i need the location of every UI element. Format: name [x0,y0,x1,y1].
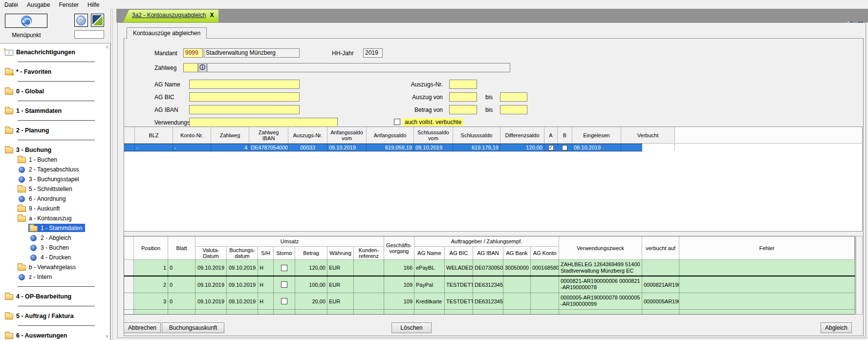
tab-strip: ✕ [116,9,868,22]
mandant-name-field: Stadtverwaltung Münzberg [204,48,300,58]
menupunkt-button[interactable] [5,14,47,28]
checkbox[interactable] [281,265,287,271]
column-header-differenzsaldo: Differenzsaldo [500,127,544,144]
tab-kontoauszugsabgleich[interactable]: 3a2 - Kontoauszugsabgleich X [123,10,218,22]
row-selector[interactable] [124,260,134,276]
sidebar-splitter[interactable] [110,9,117,340]
auszug-bis-input[interactable] [500,92,527,102]
sidebar-item-label: 1 - Stammdaten [16,107,62,114]
auszug-von-input[interactable] [449,92,477,102]
sidebar-item-a-kontoauszug[interactable]: a - Kontoauszug [0,213,110,223]
verwendungszweck-input[interactable] [189,118,338,127]
sidebar-item-4-op-bearbeitung[interactable]: 4 - OP-Bearbeitung [0,292,110,301]
sidebar-item-9-auskunft[interactable]: 9 - Auskunft [0,204,110,213]
statement-cell-differenzsaldo: 120,00 [500,144,544,151]
sidebar-item-1-stammdaten[interactable]: 1 - Stammdaten [0,223,110,233]
menu-ausgabe[interactable]: Ausgabe [22,0,54,9]
cell-waehrung [327,310,354,315]
scroll-up-icon[interactable]: ˄ [106,44,108,50]
cell-buchung [227,310,258,315]
statement-cell-auszugs_nr: 00033 [288,144,327,151]
statement-table-header: BLZKonto-Nr.ZahlwegZahlwegIBANAuszugs-Nr… [124,127,862,144]
checkbox[interactable] [281,298,287,304]
sidebar-item-1-stammdaten[interactable]: 1 - Stammdaten [0,106,110,115]
scroll-down-icon[interactable]: ˅ [106,334,108,339]
sidebar-item-2-tagesabschluss[interactable]: 2 - Tagesabschluss [0,165,110,174]
column-header-ag_bank: AG Bank [503,247,531,260]
sidebar-item-6-auswertungen[interactable]: 6 - Auswertungen [0,331,110,340]
betrag-von-label: Betrag von [396,106,443,113]
cell-ag_bank [503,310,531,315]
cell-sh [258,310,274,315]
cell-verbucht_auf: 0000821AR190 [642,276,679,293]
zahlweg-info-button[interactable]: ⓘ [198,63,207,72]
vollst-verbuchte-checkbox[interactable] [394,119,400,125]
checkbox[interactable] [281,281,287,288]
ag-iban-input[interactable] [189,105,300,114]
toolbar-search-input[interactable] [74,30,104,39]
betrag-von-input[interactable] [449,105,477,114]
cell-ag_bic: WELADEDI [445,260,473,276]
cell-ag_name [414,310,445,315]
sidebar-item-2-abgleich[interactable]: 2 - Abgleich [0,233,110,242]
sidebar-item-3-buchungsstapel[interactable]: 3 - Buchungsstapel [0,174,110,184]
column-header-eingelesen: Eingelesen [572,127,621,144]
sidebar-item-2-planung[interactable]: 2 - Planung [0,126,110,135]
sidebar-item-5-schnittstellen[interactable]: 5 - Schnittstellen [0,184,110,193]
column-header-schlusssaldo: Schlusssaldo [453,127,500,144]
table-row[interactable]: 2009.10.201909.10.2019H100,00EUR109PayPa… [124,276,855,293]
sidebar-item-3-buchung[interactable]: 3 - Buchung [0,145,110,154]
sidebar-item-6-anordnung[interactable]: 6 - Anordnung [0,194,110,203]
row-selector[interactable] [124,310,134,315]
menu-datei[interactable]: Datei [0,0,22,9]
sidebar-item-label: 5 - Schnittstellen [29,186,72,192]
sidebar-item-4-drucken[interactable]: 4 - Drucken [0,253,110,262]
sidebar-item-5-auftrag-faktura[interactable]: 5 - Auftrag / Faktura [0,311,110,320]
row-selector[interactable] [124,293,134,309]
betrag-bis-input[interactable] [500,105,527,114]
buchungsauskunft-button[interactable]: Buchungsauskunft [162,322,224,333]
sidebar-item-label: 4 - OP-Bearbeitung [16,293,71,300]
table-row-partial[interactable] [124,310,855,315]
auszugs-nr-input[interactable] [449,80,477,89]
statement-table-selected-row[interactable]: --4DE47870540000003309.10.2019619.059,19… [124,144,642,151]
mandant-code-field[interactable]: 9999 [183,48,203,58]
loeschen-button[interactable]: Löschen [391,322,432,333]
abbrechen-button[interactable]: Abbrechen [124,322,161,333]
table-row[interactable]: 1009.10.201909.10.2019H120,00EUR166ePayB… [124,260,855,276]
sidebar-item-label: 1 - Buchen [29,156,57,163]
transactions-table: PositionBlattUmsatzValuta-DatumBuchungs-… [124,236,855,315]
statement-cell-zahlweg_iban: DE4787054000 [249,144,288,151]
folder-icon [18,187,26,192]
hh-jahr-field[interactable]: 2019 [363,48,383,58]
ag-bic-input[interactable] [189,92,300,102]
cell-ag_bic [445,310,473,315]
ag-name-input[interactable] [189,80,300,89]
sidebar-item-b-verwahrgelass[interactable]: b - Verwahrgelass [0,262,110,272]
help-button[interactable]: ? [74,14,88,27]
tab-close-icon[interactable]: X [210,12,214,19]
menu-hilfe[interactable]: Hilfe [83,0,104,9]
sidebar-item-benachrichtigungen[interactable]: Benachrichtigungen [0,47,110,57]
app-logo-button[interactable] [91,14,104,27]
sidebar-item-1-buchen[interactable]: 1 - Buchen [0,155,110,164]
sidebar-item-label: a - Kontoauszug [29,215,71,222]
sidebar-item-z-intern[interactable]: z - Intern [0,272,110,281]
column-header-konto_nr: Konto-Nr. [173,127,211,144]
statement-cell-schlusssaldo: 619.179,19 [453,144,500,151]
cell-ag_name: ePayBL [414,260,445,276]
transactions-table-scrollbar[interactable] [856,236,863,315]
sidebar-separator [18,81,95,82]
zahlweg-field[interactable] [183,63,198,72]
checkbox[interactable]: ✓ [548,145,554,150]
sidebar-item-favoriten[interactable]: * - Favoriten [0,67,110,76]
table-row[interactable]: 3009.10.201909.10.2019H20,00EUR109Kredit… [124,293,855,310]
menupunkt-label: Menüpunkt [4,32,49,39]
checkbox[interactable] [562,145,567,150]
abgleich-button[interactable]: Abgleich [821,322,852,333]
sidebar-item-0-global[interactable]: 0 - Global [0,86,110,96]
sidebar-item-3-buchen[interactable]: 3 - Buchen [0,243,110,252]
tab-kontoauszuege-abgleichen[interactable]: Kontoauszüge abgleichen [127,27,207,39]
menu-fenster[interactable]: Fenster [54,0,83,9]
row-selector[interactable] [124,276,134,293]
